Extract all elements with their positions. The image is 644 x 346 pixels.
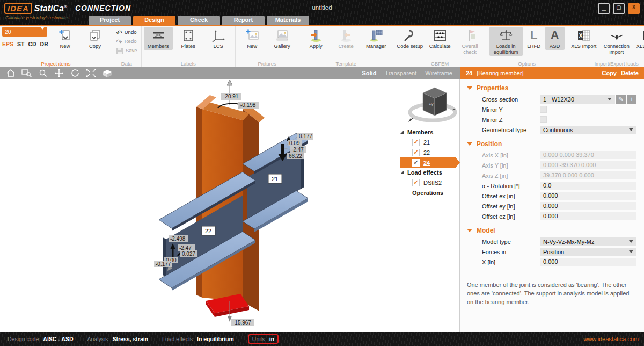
model-scene: -20.91 -0.198 0.177 0.09 -2.47 66.22 -2.… xyxy=(0,79,460,332)
labels-members-button[interactable]: Members xyxy=(144,27,173,50)
navigation-cube[interactable]: +Y xyxy=(407,84,458,124)
code-cd[interactable]: CD xyxy=(28,41,36,47)
copy-member-button[interactable]: Copy xyxy=(602,70,617,76)
member-beam-icon xyxy=(151,28,165,42)
offset-ex-field[interactable]: 0.000 xyxy=(540,192,636,200)
section-position[interactable]: Position xyxy=(467,140,644,148)
checkbox-checked-icon[interactable]: ✓ xyxy=(412,149,420,156)
row-forces-in: Forces in Position xyxy=(460,247,644,257)
tab-check[interactable]: Check xyxy=(178,16,220,25)
solid-box-icon[interactable] xyxy=(101,69,114,77)
expander-icon[interactable] xyxy=(400,170,404,174)
checkbox-checked-icon[interactable]: ✓ xyxy=(412,179,420,186)
mirror-y-checkbox[interactable] xyxy=(540,106,547,113)
redo-button[interactable]: ↷ Redo xyxy=(114,37,138,46)
template-manager-button[interactable]: Manager xyxy=(362,27,391,50)
zoom-fit-icon[interactable] xyxy=(85,69,98,77)
section-model[interactable]: Model xyxy=(467,227,644,234)
project-item-selector[interactable]: 20 xyxy=(2,27,47,37)
tab-report[interactable]: Report xyxy=(222,16,265,25)
svg-text:+Y: +Y xyxy=(429,103,434,106)
checkbox-checked-icon[interactable]: ✓ xyxy=(412,139,420,146)
zoom-icon[interactable] xyxy=(36,69,49,77)
labels-lcs-button[interactable]: LCS xyxy=(204,27,233,50)
row-cross-section: Cross-section 1 - W12X30 ✎ + xyxy=(460,94,644,104)
calculate-button[interactable]: Calculate xyxy=(426,27,455,50)
undo-button[interactable]: ↶ Undo xyxy=(114,28,138,37)
load-label-right-4: 66.22 xyxy=(289,153,302,159)
xls-import-button[interactable]: X XLS Import xyxy=(569,27,598,50)
selected-member-id: 24 xyxy=(466,70,472,76)
picture-new-button[interactable]: New xyxy=(238,27,267,50)
lrfd-button[interactable]: L LRFD xyxy=(524,27,544,50)
row-x-position: X [in] 0.000 xyxy=(460,257,644,267)
x-position-field[interactable]: 0.000 xyxy=(540,258,636,266)
tree-group-members[interactable]: Members xyxy=(400,127,460,137)
collapse-icon xyxy=(467,86,472,90)
asd-button[interactable]: A ASD xyxy=(545,27,565,50)
row-axis-x: Axis X [in] 0.000 0.000 39.370 xyxy=(460,150,644,160)
offset-ez-field[interactable]: 0.000 xyxy=(540,212,636,220)
maximize-button[interactable]: ▢ xyxy=(613,3,625,14)
connection-import-button[interactable]: Connection Import xyxy=(599,27,634,56)
add-cross-section-button[interactable]: + xyxy=(627,95,636,104)
minimize-button[interactable]: ▁ xyxy=(598,3,610,14)
code-st[interactable]: ST xyxy=(17,41,24,47)
gallery-icon xyxy=(275,28,289,42)
geometrical-type-dropdown[interactable]: Continuous xyxy=(540,126,636,134)
plate-icon xyxy=(181,28,195,42)
copy-project-item-button[interactable]: Copy xyxy=(80,27,109,50)
website-link[interactable]: www.ideastatica.com xyxy=(583,336,639,342)
cross-section-dropdown[interactable]: 1 - W12X30 xyxy=(540,95,615,104)
view-mode-wireframe[interactable]: Wireframe xyxy=(425,70,452,76)
mirror-z-checkbox[interactable] xyxy=(540,116,547,123)
close-button[interactable]: X xyxy=(628,3,640,14)
template-apply-button[interactable]: Apply xyxy=(302,27,331,50)
template-create-button[interactable]: Create xyxy=(332,27,361,50)
tree-item-load-dstls2[interactable]: ✓ DStlS2 xyxy=(400,177,460,188)
view-mode-transparent[interactable]: Transparent xyxy=(385,70,416,76)
axis-z-field: 39.370 0.000 0.000 xyxy=(540,171,636,179)
section-properties[interactable]: Properties xyxy=(467,84,644,92)
picture-gallery-button[interactable]: Gallery xyxy=(268,27,297,50)
pan-icon[interactable] xyxy=(53,69,65,77)
rotate-icon[interactable] xyxy=(69,69,82,77)
expander-icon[interactable] xyxy=(400,130,404,134)
zoom-window-icon[interactable] xyxy=(20,69,33,77)
offset-ey-field[interactable]: 0.000 xyxy=(540,202,636,210)
chevron-down-icon xyxy=(629,240,633,243)
loads-in-equilibrium-button[interactable]: Loads in equilibrium xyxy=(489,27,523,56)
xls-export-button[interactable]: X XLS Export xyxy=(635,27,644,50)
ribbon-group-template: Apply Create Manager Template xyxy=(299,26,393,68)
document-title: untitled xyxy=(0,4,644,11)
view-mode-solid[interactable]: Solid xyxy=(362,70,376,76)
tab-materials[interactable]: Materials xyxy=(267,16,309,25)
code-setup-button[interactable]: Code setup xyxy=(396,27,425,50)
model-type-dropdown[interactable]: N-Vy-Vz-Mx-My-Mz xyxy=(540,237,636,246)
asd-letter-icon: A xyxy=(551,28,559,42)
delete-member-button[interactable]: Delete xyxy=(621,70,639,76)
home-view-icon[interactable] xyxy=(4,69,17,77)
wrench-icon xyxy=(403,28,417,42)
tree-group-operations[interactable]: Operations xyxy=(400,188,460,198)
labels-plates-button[interactable]: Plates xyxy=(174,27,203,50)
status-analysis: Analysis: Stress, strain xyxy=(87,336,149,342)
code-dr[interactable]: DR xyxy=(40,41,48,47)
code-eps[interactable]: EPS xyxy=(2,41,13,47)
tree-group-load-effects[interactable]: Load effects xyxy=(400,168,460,177)
tab-design[interactable]: Design xyxy=(133,16,175,25)
load-label-right-3: -2.47 xyxy=(291,147,304,153)
tree-item-member-21[interactable]: ✓ 21 xyxy=(400,137,460,147)
save-button[interactable]: Save xyxy=(114,46,139,55)
tree-item-member-24-selected[interactable]: ✓ 24 xyxy=(400,157,460,168)
tree-item-member-22[interactable]: ✓ 22 xyxy=(400,147,460,157)
rotation-field[interactable]: 0.0 xyxy=(540,182,636,190)
overall-check-button[interactable]: Overall check xyxy=(456,27,485,56)
edit-cross-section-button[interactable]: ✎ xyxy=(616,95,626,104)
redo-icon: ↷ xyxy=(116,38,122,46)
new-project-item-button[interactable]: New xyxy=(50,27,79,50)
tab-project[interactable]: Project xyxy=(89,16,131,25)
forces-in-dropdown[interactable]: Position xyxy=(540,248,636,256)
checkbox-checked-icon[interactable]: ✓ xyxy=(412,159,420,167)
viewport-3d[interactable]: -20.91 -0.198 0.177 0.09 -2.47 66.22 -2.… xyxy=(0,79,460,332)
